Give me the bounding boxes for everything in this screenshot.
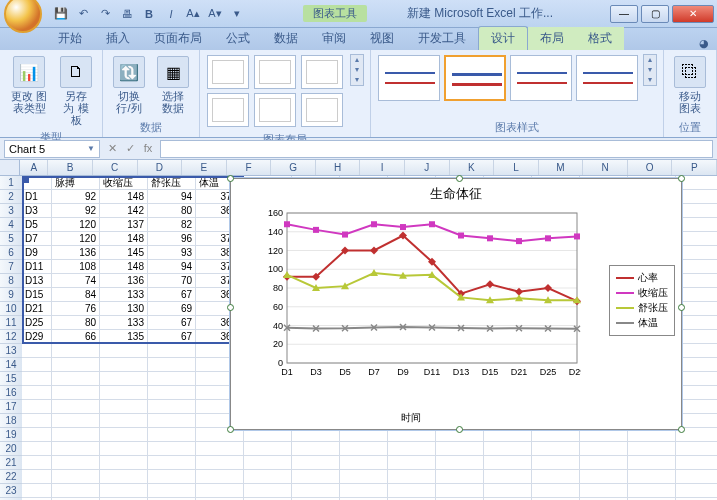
- row-header[interactable]: 5: [0, 232, 22, 246]
- chart-title[interactable]: 生命体征: [231, 179, 681, 205]
- col-header[interactable]: K: [450, 160, 495, 175]
- col-header[interactable]: I: [360, 160, 405, 175]
- switch-row-col-button[interactable]: 🔃 切换行/列: [109, 54, 149, 116]
- namebox-dropdown-icon[interactable]: ▼: [87, 144, 95, 153]
- col-header[interactable]: E: [182, 160, 227, 175]
- row-header[interactable]: 11: [0, 316, 22, 330]
- cell[interactable]: 舒张压: [148, 176, 196, 190]
- chart-plot-area[interactable]: 020406080100120140160D1D3D5D7D9D11D13D15…: [261, 209, 581, 389]
- cell[interactable]: 收缩压: [100, 176, 148, 190]
- chart-layout-option[interactable]: [301, 55, 343, 89]
- cell[interactable]: 108: [52, 260, 100, 274]
- close-button[interactable]: ✕: [672, 5, 714, 23]
- row-header[interactable]: 3: [0, 204, 22, 218]
- cell[interactable]: D11: [22, 260, 52, 274]
- font-shrink-icon[interactable]: A▾: [206, 5, 224, 23]
- cell[interactable]: 69: [148, 302, 196, 316]
- cell[interactable]: 76: [52, 302, 100, 316]
- chart-layout-option[interactable]: [254, 55, 296, 89]
- chart-legend[interactable]: 心率 收缩压 舒张压 体温: [609, 265, 675, 336]
- cell[interactable]: 67: [148, 330, 196, 344]
- tab-data[interactable]: 数据: [262, 27, 310, 50]
- resize-handle[interactable]: [678, 175, 685, 182]
- row-header[interactable]: 10: [0, 302, 22, 316]
- col-header[interactable]: F: [227, 160, 272, 175]
- cell[interactable]: 145: [100, 246, 148, 260]
- chart-style-option[interactable]: [444, 55, 506, 101]
- row-header[interactable]: 15: [0, 372, 22, 386]
- chart-style-option[interactable]: [510, 55, 572, 101]
- cell[interactable]: 92: [52, 190, 100, 204]
- embedded-chart[interactable]: 生命体征 020406080100120140160D1D3D5D7D9D11D…: [230, 178, 682, 430]
- cell[interactable]: 142: [100, 204, 148, 218]
- cell[interactable]: 70: [148, 274, 196, 288]
- cell[interactable]: D21: [22, 302, 52, 316]
- resize-handle[interactable]: [227, 304, 234, 311]
- row-header[interactable]: 20: [0, 442, 22, 456]
- resize-handle[interactable]: [227, 426, 234, 433]
- cell[interactable]: 67: [148, 316, 196, 330]
- row-header[interactable]: 23: [0, 484, 22, 498]
- chart-style-option[interactable]: [576, 55, 638, 101]
- cell[interactable]: D5: [22, 218, 52, 232]
- row-header[interactable]: 17: [0, 400, 22, 414]
- cell[interactable]: 67: [148, 288, 196, 302]
- cell[interactable]: 92: [52, 204, 100, 218]
- cell[interactable]: 148: [100, 232, 148, 246]
- cell[interactable]: 94: [148, 190, 196, 204]
- col-header[interactable]: H: [316, 160, 361, 175]
- minimize-button[interactable]: —: [610, 5, 638, 23]
- enter-formula-icon[interactable]: ✓: [122, 142, 138, 155]
- cell[interactable]: D3: [22, 204, 52, 218]
- cell[interactable]: D7: [22, 232, 52, 246]
- cell[interactable]: D29: [22, 330, 52, 344]
- cell[interactable]: 133: [100, 316, 148, 330]
- cell[interactable]: D15: [22, 288, 52, 302]
- undo-icon[interactable]: ↶: [74, 5, 92, 23]
- cell[interactable]: D9: [22, 246, 52, 260]
- save-template-button[interactable]: 🗋 另存为 模板: [56, 54, 96, 128]
- col-header[interactable]: G: [271, 160, 316, 175]
- tab-layout[interactable]: 布局: [528, 27, 576, 50]
- bold-icon[interactable]: B: [140, 5, 158, 23]
- cancel-formula-icon[interactable]: ✕: [104, 142, 120, 155]
- cell[interactable]: 93: [148, 246, 196, 260]
- move-chart-button[interactable]: ⿻ 移动图表: [670, 54, 710, 116]
- col-header[interactable]: M: [539, 160, 584, 175]
- tab-design[interactable]: 设计: [478, 26, 528, 50]
- tab-insert[interactable]: 插入: [94, 27, 142, 50]
- col-header[interactable]: P: [672, 160, 717, 175]
- col-header[interactable]: A: [20, 160, 48, 175]
- row-header[interactable]: 2: [0, 190, 22, 204]
- tab-home[interactable]: 开始: [46, 27, 94, 50]
- cell[interactable]: 133: [100, 288, 148, 302]
- row-header[interactable]: 13: [0, 344, 22, 358]
- row-header[interactable]: 8: [0, 274, 22, 288]
- formula-bar[interactable]: [160, 140, 713, 158]
- cell[interactable]: 137: [100, 218, 148, 232]
- cell[interactable]: 74: [52, 274, 100, 288]
- cell[interactable]: D1: [22, 190, 52, 204]
- help-icon[interactable]: ◕: [699, 37, 709, 50]
- col-header[interactable]: B: [48, 160, 93, 175]
- cell[interactable]: 80: [52, 316, 100, 330]
- cell[interactable]: D13: [22, 274, 52, 288]
- chart-style-option[interactable]: [378, 55, 440, 101]
- maximize-button[interactable]: ▢: [641, 5, 669, 23]
- tab-format[interactable]: 格式: [576, 27, 624, 50]
- row-header[interactable]: 1: [0, 176, 22, 190]
- print-icon[interactable]: 🖶: [118, 5, 136, 23]
- worksheet[interactable]: ABCDEFGHIJKLMNOP 12345678910111213141516…: [0, 160, 717, 500]
- row-header[interactable]: 4: [0, 218, 22, 232]
- row-header[interactable]: 16: [0, 386, 22, 400]
- row-header[interactable]: 18: [0, 414, 22, 428]
- col-header[interactable]: J: [405, 160, 450, 175]
- cell[interactable]: 94: [148, 260, 196, 274]
- cell[interactable]: 136: [52, 246, 100, 260]
- cell[interactable]: 脉搏: [52, 176, 100, 190]
- fx-icon[interactable]: fx: [140, 142, 156, 155]
- tab-view[interactable]: 视图: [358, 27, 406, 50]
- cell[interactable]: 66: [52, 330, 100, 344]
- change-chart-type-button[interactable]: 📊 更改 图表类型: [6, 54, 52, 116]
- row-header[interactable]: 19: [0, 428, 22, 442]
